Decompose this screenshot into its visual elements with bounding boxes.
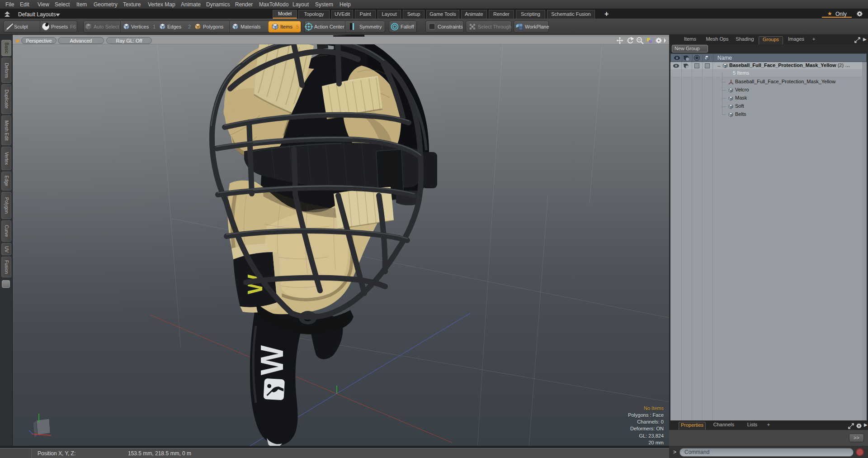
svg-text:W: W [255,345,290,375]
